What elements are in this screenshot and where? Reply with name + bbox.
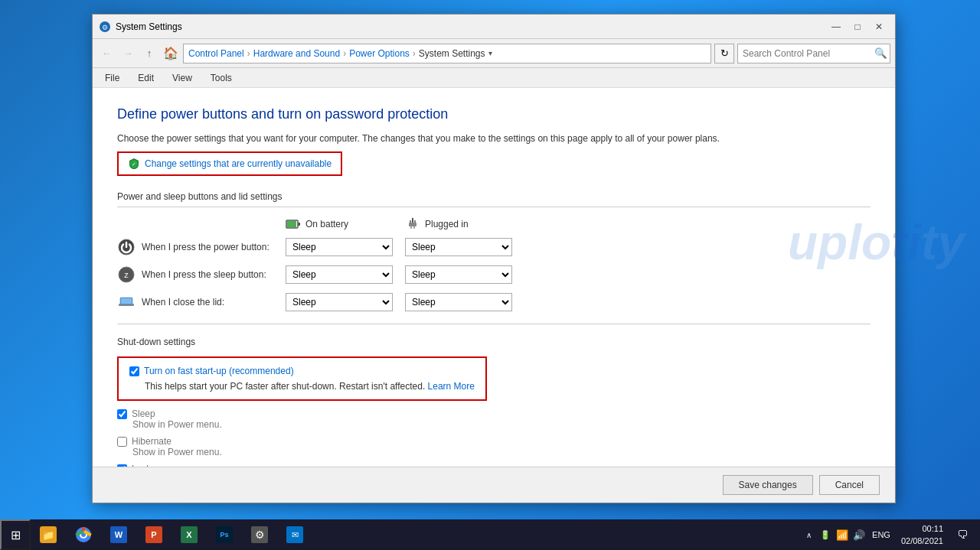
lid-plugged-select[interactable]: Sleep Hibernate Shut down Do nothing bbox=[405, 293, 512, 311]
settings-taskbar-icon: ⚙ bbox=[251, 526, 268, 543]
lid-label: When I close the lid: bbox=[142, 297, 279, 308]
taskbar-app-file-explorer[interactable]: 📁 bbox=[31, 519, 66, 550]
fast-startup-row: Turn on fast start-up (recommended) bbox=[129, 366, 475, 376]
taskbar-app-settings[interactable]: ⚙ bbox=[242, 519, 277, 550]
cancel-button[interactable]: Cancel bbox=[819, 475, 880, 495]
battery-column-header: On battery bbox=[286, 216, 393, 232]
taskbar-app-powerpoint[interactable]: P bbox=[136, 519, 172, 550]
page-title: Define power buttons and turn on passwor… bbox=[117, 106, 871, 122]
window-icon: ⚙ bbox=[99, 21, 111, 33]
sleep-button-row: z When I press the sleep button: Sleep H… bbox=[117, 265, 871, 284]
excel-icon: X bbox=[181, 526, 198, 543]
hibernate-checkbox-label: Hibernate bbox=[117, 436, 871, 447]
shutdown-title: Shut-down settings bbox=[117, 337, 871, 347]
taskbar-app-word[interactable]: W bbox=[101, 519, 136, 550]
svg-rect-5 bbox=[287, 221, 296, 227]
lid-icon bbox=[117, 293, 136, 311]
shield-icon: ✓ bbox=[128, 158, 140, 170]
window-title: System Settings bbox=[116, 21, 826, 32]
breadcrumb-hardware-sound[interactable]: Hardware and Sound bbox=[253, 48, 340, 59]
page-description: Choose the power settings that you want … bbox=[117, 132, 871, 145]
maximize-button[interactable]: □ bbox=[848, 17, 867, 37]
section-power-sleep: Power and sleep buttons and lid settings bbox=[117, 191, 871, 207]
hibernate-checkbox-desc: Show in Power menu. bbox=[132, 447, 871, 457]
notification-icon[interactable]: 🗨 bbox=[951, 519, 974, 550]
mail-icon: ✉ bbox=[286, 526, 303, 543]
divider bbox=[117, 324, 871, 324]
back-button[interactable]: ← bbox=[97, 44, 116, 63]
language-indicator[interactable]: ENG bbox=[869, 530, 893, 539]
chrome-icon bbox=[75, 526, 92, 543]
menu-view[interactable]: View bbox=[166, 71, 198, 85]
column-headers: On battery Plugged in bbox=[286, 216, 871, 232]
breadcrumb-dropdown[interactable]: ▾ bbox=[488, 49, 492, 57]
taskbar-app-mail[interactable]: ✉ bbox=[277, 519, 312, 550]
content-area: Define power buttons and turn on passwor… bbox=[93, 88, 895, 467]
power-button-icon bbox=[117, 238, 136, 256]
up-button[interactable]: ↑ bbox=[140, 44, 158, 63]
refresh-button[interactable]: ↻ bbox=[714, 44, 734, 63]
start-icon: ⊞ bbox=[11, 528, 21, 542]
sleep-button-selects: Sleep Hibernate Shut down Do nothing Sle… bbox=[286, 265, 512, 284]
hibernate-checkbox-row: Hibernate Show in Power menu. bbox=[117, 436, 871, 457]
change-settings-button[interactable]: ✓ Change settings that are currently una… bbox=[117, 151, 342, 176]
breadcrumb-current: System Settings bbox=[419, 48, 485, 59]
power-button-row: When I press the power button: Sleep Hib… bbox=[117, 238, 871, 256]
fast-startup-checkbox[interactable] bbox=[129, 366, 139, 376]
taskbar-apps: 📁 W P X Ps bbox=[31, 519, 312, 550]
sleep-checkbox[interactable] bbox=[117, 409, 127, 419]
search-button[interactable]: 🔍 bbox=[871, 44, 890, 63]
power-button-battery-select[interactable]: Sleep Hibernate Shut down Do nothing bbox=[286, 238, 393, 256]
start-button[interactable]: ⊞ bbox=[0, 519, 31, 550]
svg-text:⚙: ⚙ bbox=[102, 24, 108, 31]
plugged-column-header: Plugged in bbox=[405, 216, 512, 232]
fast-startup-desc: This helps start your PC faster after sh… bbox=[145, 381, 475, 392]
breadcrumb-bar: Control Panel › Hardware and Sound › Pow… bbox=[183, 44, 711, 63]
title-bar: ⚙ System Settings — □ ✕ bbox=[93, 15, 895, 39]
search-input[interactable] bbox=[738, 48, 871, 59]
minimize-button[interactable]: — bbox=[826, 17, 846, 37]
sleep-checkbox-desc: Show in Power menu. bbox=[132, 419, 871, 430]
sleep-button-label: When I press the sleep button: bbox=[142, 269, 279, 280]
taskbar-app-photoshop[interactable]: Ps bbox=[207, 519, 242, 550]
change-settings-label: Change settings that are currently unava… bbox=[145, 158, 332, 169]
forward-button[interactable]: → bbox=[119, 44, 137, 63]
learn-more-link[interactable]: Learn More bbox=[428, 381, 475, 392]
folder-icon: 🏠 bbox=[163, 46, 178, 60]
svg-rect-17 bbox=[121, 298, 132, 304]
power-button-plugged-select[interactable]: Sleep Hibernate Shut down Do nothing bbox=[405, 238, 512, 256]
sleep-button-plugged-select[interactable]: Sleep Hibernate Shut down Do nothing bbox=[405, 265, 512, 284]
taskbar-clock[interactable]: 00:11 02/08/2021 bbox=[897, 522, 948, 548]
sleep-checkbox-label: Sleep bbox=[117, 408, 871, 419]
shutdown-settings-box: Turn on fast start-up (recommended) This… bbox=[117, 356, 487, 401]
power-button-selects: Sleep Hibernate Shut down Do nothing Sle… bbox=[286, 238, 512, 256]
save-changes-button[interactable]: Save changes bbox=[723, 475, 813, 495]
battery-icon bbox=[286, 216, 301, 232]
breadcrumb-power-options[interactable]: Power Options bbox=[349, 48, 410, 59]
svg-rect-7 bbox=[409, 223, 416, 226]
power-button-label: When I press the power button: bbox=[142, 242, 279, 252]
menu-tools[interactable]: Tools bbox=[204, 71, 238, 85]
plug-icon bbox=[405, 216, 420, 232]
taskbar: ⊞ 📁 W P X bbox=[0, 519, 980, 550]
sleep-checkbox-row: Sleep Show in Power menu. bbox=[117, 408, 871, 430]
tray-battery-icon[interactable]: 🔋 bbox=[818, 528, 832, 542]
footer: Save changes Cancel bbox=[93, 467, 895, 503]
taskbar-app-chrome[interactable] bbox=[66, 519, 101, 550]
close-button[interactable]: ✕ bbox=[869, 17, 889, 37]
sleep-button-battery-select[interactable]: Sleep Hibernate Shut down Do nothing bbox=[286, 265, 393, 284]
tray-expand-icon[interactable]: ∧ bbox=[802, 528, 815, 542]
svg-text:✓: ✓ bbox=[132, 161, 136, 167]
powerpoint-icon: P bbox=[145, 526, 162, 543]
tray-volume-icon[interactable]: 🔊 bbox=[852, 528, 866, 542]
hibernate-checkbox[interactable] bbox=[117, 437, 127, 447]
menu-edit[interactable]: Edit bbox=[132, 71, 160, 85]
breadcrumb-control-panel[interactable]: Control Panel bbox=[188, 48, 244, 59]
lid-battery-select[interactable]: Sleep Hibernate Shut down Do nothing bbox=[286, 293, 393, 311]
word-icon: W bbox=[110, 526, 127, 543]
tray-network-icon[interactable]: 📶 bbox=[835, 528, 849, 542]
menu-file[interactable]: File bbox=[99, 71, 126, 85]
taskbar-app-excel[interactable]: X bbox=[172, 519, 207, 550]
fast-startup-label: Turn on fast start-up (recommended) bbox=[144, 366, 294, 376]
clock-date: 02/08/2021 bbox=[901, 535, 943, 548]
